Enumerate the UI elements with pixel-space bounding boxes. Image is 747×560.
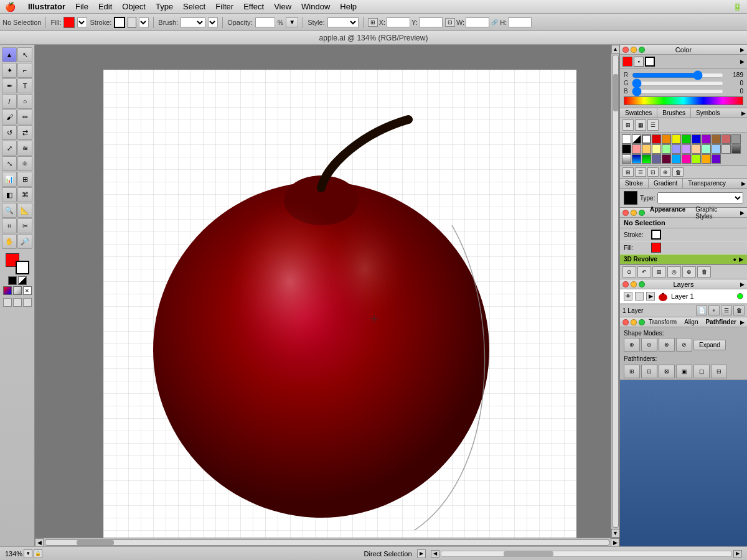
default-colors-btn[interactable]: [8, 276, 17, 285]
menu-effect[interactable]: Effect: [238, 1, 269, 12]
magic-wand-tool[interactable]: ✦: [2, 63, 17, 78]
swatch-icon-1[interactable]: ⊞: [622, 119, 634, 131]
scroll-up-btn[interactable]: ▲: [611, 45, 620, 54]
none-btn[interactable]: [645, 57, 655, 67]
warp-tool[interactable]: ≋: [17, 141, 32, 156]
y-input[interactable]: 0 px: [419, 17, 443, 27]
zoom-lock-btn[interactable]: 🔒: [34, 549, 42, 558]
h-scroll-thumb[interactable]: [77, 540, 114, 545]
style-dropdown[interactable]: [327, 17, 359, 27]
close-btn[interactable]: [622, 47, 629, 53]
tab-symbols[interactable]: Symbols: [691, 108, 725, 118]
opacity-input[interactable]: 100: [255, 17, 275, 27]
fill-swatch[interactable]: [63, 17, 75, 28]
effect-icon-6[interactable]: 🗑: [697, 266, 711, 278]
appearance-stroke-swatch[interactable]: [651, 230, 661, 240]
effect-icon-1[interactable]: ⊙: [622, 266, 636, 278]
menu-edit[interactable]: Edit: [93, 1, 117, 12]
effect-icon-5[interactable]: ⊕: [682, 266, 696, 278]
rotate-tool[interactable]: ↺: [2, 125, 17, 140]
h-scroll-area[interactable]: ◀ ▶: [431, 550, 742, 558]
stroke-color-box[interactable]: [624, 191, 637, 205]
swatch-lightpink[interactable]: [632, 144, 641, 154]
swatch-green[interactable]: [682, 134, 691, 144]
color-panel-menu[interactable]: ▶: [740, 58, 745, 65]
scroll-right-btn[interactable]: ▶: [611, 538, 619, 547]
layer-expand-btn[interactable]: ▶: [646, 292, 655, 301]
menu-file[interactable]: File: [70, 1, 93, 12]
swatches-btn-3[interactable]: ⊡: [647, 167, 659, 177]
layers-close-btn[interactable]: [622, 281, 629, 287]
swatch-mint[interactable]: [702, 144, 711, 154]
swatch-grad4[interactable]: [642, 154, 651, 164]
swatch-sky[interactable]: [712, 144, 721, 154]
gradient-tool[interactable]: ◧: [2, 187, 17, 202]
minimize-btn[interactable]: [631, 47, 637, 53]
color-panel-arrow[interactable]: ▶: [740, 47, 745, 53]
appearance-fill-swatch[interactable]: [651, 243, 661, 253]
swatch-amber[interactable]: [702, 154, 711, 164]
canvas-area[interactable]: ◀ ▶ ▲ ▼: [35, 45, 619, 546]
menu-help[interactable]: Help: [335, 1, 362, 12]
pen-tool[interactable]: ✒: [2, 78, 17, 93]
direct-selection-tool[interactable]: ↖: [17, 47, 32, 62]
column-graph-tool[interactable]: 📊: [2, 172, 17, 187]
line-tool[interactable]: /: [2, 94, 17, 109]
swap-colors-btn[interactable]: [18, 276, 27, 285]
free-transform-tool[interactable]: ⤡: [2, 156, 17, 171]
swatch-cyan[interactable]: [672, 154, 681, 164]
crop-btn[interactable]: ▣: [676, 365, 692, 378]
merge-btn[interactable]: ⊠: [659, 365, 675, 378]
eyedropper-tool[interactable]: 🔍: [2, 203, 17, 218]
brush-dropdown[interactable]: [181, 17, 205, 27]
swatch-grad2[interactable]: [622, 154, 631, 164]
unite-btn[interactable]: ⊕: [624, 338, 640, 352]
layer-name[interactable]: Layer 1: [671, 292, 735, 300]
stroke-swatch[interactable]: [114, 17, 125, 28]
swatch-maroon[interactable]: [662, 154, 671, 164]
effect-icon-3[interactable]: ⊞: [652, 266, 666, 278]
swatch-red[interactable]: [652, 134, 661, 144]
swatch-magenta[interactable]: [682, 154, 691, 164]
g-slider[interactable]: [632, 80, 724, 86]
zoom-tool[interactable]: 🔎: [17, 234, 32, 249]
swatch-peach[interactable]: [642, 144, 651, 154]
none-mode-btn[interactable]: ✕: [23, 286, 32, 295]
expand-button[interactable]: Expand: [693, 340, 726, 350]
transform-menu[interactable]: ▶: [740, 319, 745, 325]
tab-swatches[interactable]: Swatches: [620, 108, 657, 118]
stroke-menu[interactable]: ▶: [740, 179, 747, 188]
layer-menu-btn[interactable]: ☰: [721, 306, 732, 315]
exclude-btn[interactable]: ⊘: [676, 338, 692, 352]
lasso-tool[interactable]: ⌐: [17, 63, 32, 78]
bottom-scroll-left[interactable]: ◀: [431, 550, 439, 558]
mesh-tool[interactable]: ⊞: [17, 172, 32, 187]
trim-btn[interactable]: ⊡: [641, 365, 657, 378]
minus-back-btn[interactable]: ⊟: [711, 365, 727, 378]
tab-gradient[interactable]: Gradient: [649, 179, 683, 188]
appearance-close-btn[interactable]: [622, 210, 629, 216]
swatch-yellow[interactable]: [672, 134, 681, 144]
brush-size-dropdown[interactable]: [208, 17, 218, 27]
swatch-lightgreen[interactable]: [662, 144, 671, 154]
intersect-btn[interactable]: ⊗: [659, 338, 675, 352]
swatches-btn-1[interactable]: ⊞: [622, 167, 634, 177]
pencil-tool[interactable]: ✏: [17, 110, 32, 124]
symbol-tool[interactable]: ⚛: [17, 156, 32, 171]
fill-dropdown[interactable]: [77, 17, 87, 27]
layer-page-btn[interactable]: 📄: [696, 306, 707, 315]
swatch-grad3[interactable]: [632, 154, 641, 164]
layer-trash-btn[interactable]: 🗑: [733, 306, 745, 315]
h-scroll-track[interactable]: [45, 539, 609, 546]
stroke-picker[interactable]: [128, 17, 136, 28]
tab-brushes[interactable]: Brushes: [657, 108, 691, 118]
stroke-type-select[interactable]: [657, 192, 743, 203]
appearance-menu[interactable]: ▶: [740, 210, 745, 216]
h-input[interactable]: 0 px: [508, 17, 532, 27]
screen-mode-btn[interactable]: [3, 298, 12, 307]
bottom-scroll-track[interactable]: [441, 551, 732, 557]
swatches-btn-4[interactable]: ⊕: [660, 167, 671, 177]
hand-tool[interactable]: ✋: [2, 234, 17, 249]
divide-btn[interactable]: ⊞: [624, 365, 640, 378]
tab-stroke[interactable]: Stroke: [620, 179, 649, 188]
